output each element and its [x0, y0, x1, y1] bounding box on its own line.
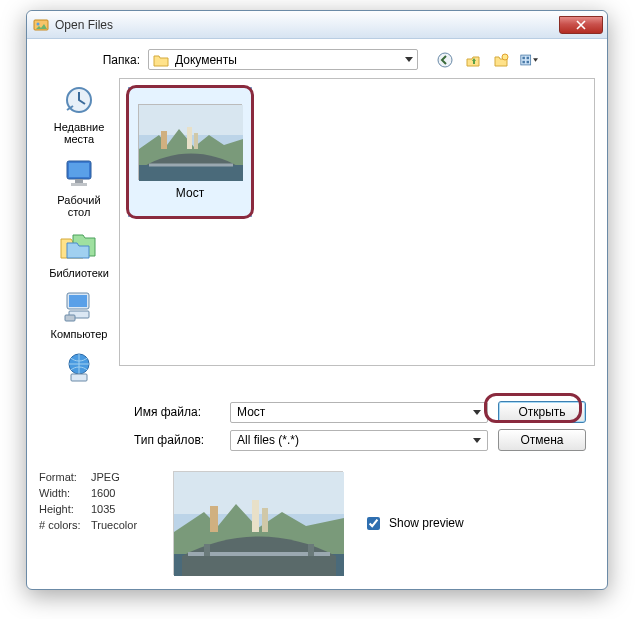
filename-label: Имя файла:	[134, 405, 230, 419]
format-value: JPEG	[91, 471, 120, 483]
colors-value: Truecolor	[91, 519, 137, 531]
svg-rect-5	[522, 56, 524, 58]
folder-label: Папка:	[94, 53, 140, 67]
show-preview-input[interactable]	[367, 517, 380, 530]
desktop-icon	[59, 155, 99, 191]
window-title: Open Files	[55, 18, 113, 32]
svg-rect-24	[194, 133, 198, 149]
svg-rect-25	[139, 165, 243, 181]
chevron-down-icon	[473, 438, 481, 443]
width-label: Width:	[39, 487, 91, 499]
places-computer[interactable]: Компьютер	[45, 289, 113, 340]
height-label: Height:	[39, 503, 91, 515]
svg-point-2	[438, 53, 452, 67]
svg-point-3	[502, 54, 508, 60]
thumbnail-image	[138, 104, 242, 180]
svg-rect-19	[71, 374, 87, 381]
places-computer-label: Компьютер	[45, 328, 113, 340]
up-icon[interactable]	[464, 51, 482, 69]
svg-rect-7	[522, 60, 524, 62]
back-icon[interactable]	[436, 51, 454, 69]
places-libraries[interactable]: Библиотеки	[45, 228, 113, 279]
places-desktop[interactable]: Рабочий стол	[45, 155, 113, 218]
files-pane[interactable]: Мост	[119, 78, 595, 366]
libraries-icon	[59, 228, 99, 264]
svg-rect-6	[527, 56, 529, 58]
svg-rect-4	[521, 55, 531, 65]
svg-rect-32	[204, 544, 210, 556]
show-preview-checkbox[interactable]: Show preview	[363, 514, 464, 533]
svg-rect-29	[252, 500, 259, 532]
folder-value: Документы	[175, 53, 237, 67]
folder-icon	[153, 53, 169, 67]
open-files-dialog: Open Files Папка: Документы	[26, 10, 608, 590]
filetype-combo[interactable]: All files (*.*)	[230, 430, 488, 451]
preview-image	[173, 471, 343, 575]
places-libraries-label: Библиотеки	[45, 267, 113, 279]
places-desktop-label: Рабочий стол	[45, 194, 113, 218]
computer-icon	[59, 289, 99, 325]
height-value: 1035	[91, 503, 115, 515]
svg-rect-33	[308, 544, 314, 556]
places-network[interactable]	[45, 350, 113, 389]
new-folder-icon[interactable]	[492, 51, 510, 69]
chevron-down-icon	[473, 410, 481, 415]
format-label: Format:	[39, 471, 91, 483]
svg-rect-17	[65, 315, 75, 321]
view-menu-icon[interactable]	[520, 51, 538, 69]
svg-rect-22	[161, 131, 167, 149]
svg-point-1	[37, 22, 40, 25]
network-icon	[59, 350, 99, 386]
show-preview-label: Show preview	[389, 516, 464, 530]
svg-rect-30	[262, 508, 268, 532]
svg-rect-8	[527, 60, 529, 62]
width-value: 1600	[91, 487, 115, 499]
svg-rect-13	[71, 183, 87, 186]
filetype-value: All files (*.*)	[237, 433, 299, 447]
filename-value: Мост	[237, 405, 265, 419]
svg-rect-23	[187, 127, 192, 149]
places-recent[interactable]: Недавние места	[45, 82, 113, 145]
filetype-label: Тип файлов:	[134, 433, 230, 447]
svg-rect-15	[69, 295, 87, 307]
folder-combo[interactable]: Документы	[148, 49, 418, 70]
chevron-down-icon	[405, 57, 413, 62]
file-thumbnail[interactable]: Мост	[128, 87, 252, 217]
app-icon	[33, 17, 49, 33]
svg-rect-12	[75, 179, 83, 183]
titlebar[interactable]: Open Files	[27, 11, 607, 39]
recent-places-icon	[59, 82, 99, 118]
filename-input[interactable]: Мост	[230, 402, 488, 423]
cancel-button[interactable]: Отмена	[498, 429, 586, 451]
close-button[interactable]	[559, 16, 603, 34]
open-button[interactable]: Открыть	[498, 401, 586, 423]
places-bar: Недавние места Рабочий стол Библиотеки К…	[39, 78, 119, 389]
svg-rect-28	[210, 506, 218, 532]
svg-rect-11	[69, 163, 89, 177]
places-recent-label: Недавние места	[45, 121, 113, 145]
colors-label: # colors:	[39, 519, 91, 531]
thumbnail-label: Мост	[176, 186, 204, 200]
image-info: Format:JPEG Width:1600 Height:1035 # col…	[39, 471, 169, 575]
